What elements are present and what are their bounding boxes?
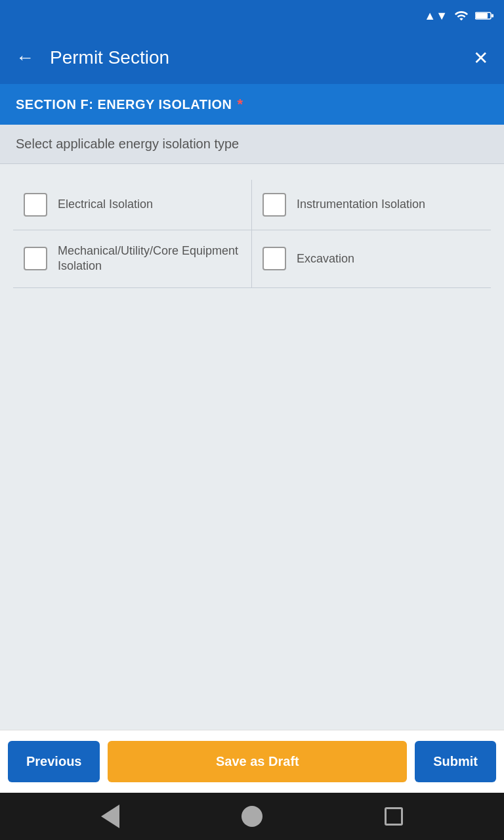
nav-bar	[0, 793, 504, 840]
sub-header: Select applicable energy isolation type	[0, 125, 504, 164]
svg-rect-2	[492, 14, 494, 18]
content-area: Electrical Isolation Instrumentation Iso…	[0, 164, 504, 730]
checkbox-electrical-box[interactable]	[24, 193, 47, 217]
checkbox-excavation[interactable]: Excavation	[252, 230, 491, 288]
wifi-icon: ▲▼	[424, 9, 448, 23]
checkbox-mechanical-box[interactable]	[24, 247, 47, 270]
submit-button[interactable]: Submit	[415, 741, 496, 782]
checkbox-instrumentation[interactable]: Instrumentation Isolation	[252, 180, 491, 230]
home-circle-icon	[242, 806, 262, 827]
svg-rect-1	[476, 13, 488, 18]
back-triangle-icon	[101, 805, 119, 828]
status-bar: ▲▼	[0, 0, 504, 32]
recents-square-icon	[385, 807, 403, 826]
checkbox-electrical[interactable]: Electrical Isolation	[13, 180, 252, 230]
checkbox-mechanical[interactable]: Mechanical/Utility/Core Equipment Isolat…	[13, 230, 252, 288]
checkbox-mechanical-label: Mechanical/Utility/Core Equipment Isolat…	[58, 243, 241, 274]
checkbox-excavation-label: Excavation	[297, 251, 354, 266]
nav-home-button[interactable]	[239, 803, 265, 830]
nav-back-button[interactable]	[97, 803, 123, 830]
section-header: SECTION F: ENERGY ISOLATION *	[0, 84, 504, 125]
checkbox-electrical-label: Electrical Isolation	[58, 197, 153, 212]
checkbox-instrumentation-label: Instrumentation Isolation	[297, 197, 425, 212]
save-draft-button[interactable]: Save as Draft	[108, 741, 407, 782]
checkbox-grid: Electrical Isolation Instrumentation Iso…	[13, 180, 491, 288]
back-button[interactable]: ←	[13, 45, 37, 71]
required-indicator: *	[237, 96, 243, 113]
bottom-bar: Previous Save as Draft Submit	[0, 730, 504, 793]
checkbox-excavation-box[interactable]	[262, 247, 286, 270]
sub-header-text: Select applicable energy isolation type	[16, 136, 239, 151]
nav-recents-button[interactable]	[381, 803, 407, 830]
app-header: ← Permit Section ✕	[0, 32, 504, 84]
close-button[interactable]: ✕	[471, 45, 491, 72]
previous-button[interactable]: Previous	[8, 741, 100, 782]
battery-icon	[475, 9, 494, 23]
signal-icon	[454, 9, 469, 23]
page-title: Permit Section	[50, 47, 457, 68]
section-header-text: SECTION F: ENERGY ISOLATION	[16, 97, 232, 112]
checkbox-instrumentation-box[interactable]	[262, 193, 286, 217]
